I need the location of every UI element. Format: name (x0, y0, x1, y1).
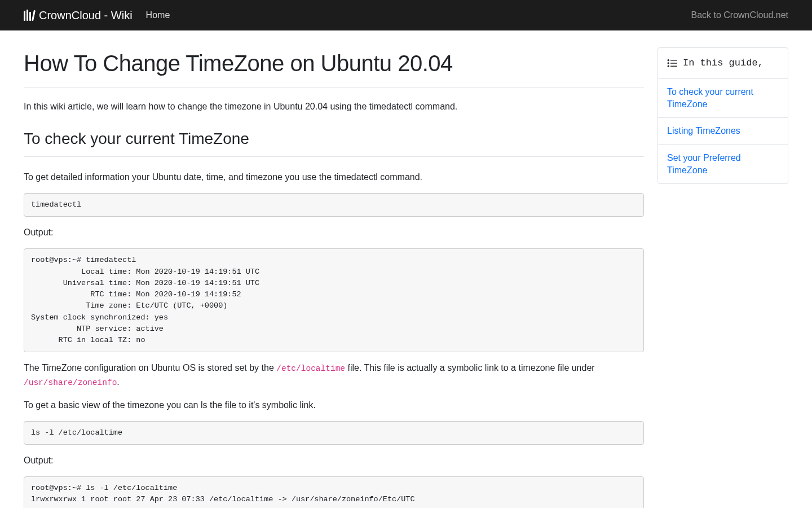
toc-sidebar: In this guide, To check your current Tim… (657, 47, 788, 184)
brand-text: CrownCloud - Wiki (39, 7, 133, 24)
code-block: root@vps:~# timedatectl Local time: Mon … (24, 248, 644, 352)
output-label: Output: (24, 454, 644, 467)
svg-point-2 (668, 63, 669, 64)
navbar: CrownCloud - Wiki Home Back to CrownClou… (0, 0, 812, 30)
section-divider (24, 156, 644, 157)
text: The TimeZone configuration on Ubuntu OS … (24, 363, 276, 373)
inline-code: /usr/share/zoneinfo (24, 378, 117, 387)
toc-header: In this guide, (658, 48, 788, 79)
brand-link[interactable]: CrownCloud - Wiki (24, 7, 133, 24)
toc-item-check-timezone[interactable]: To check your current TimeZone (658, 79, 788, 119)
intro-paragraph: In this wiki article, we will learn how … (24, 100, 644, 113)
title-divider (24, 87, 644, 87)
paragraph: The TimeZone configuration on Ubuntu OS … (24, 361, 644, 389)
code-block: root@vps:~# ls -l /etc/localtime lrwxrwx… (24, 476, 644, 508)
output-label: Output: (24, 226, 644, 239)
code-block: ls -l /etc/localtime (24, 421, 644, 445)
toc-item-set-preferred[interactable]: Set your Preferred TimeZone (658, 145, 788, 184)
inline-code: /etc/localtime (276, 364, 345, 373)
list-icon (667, 59, 677, 68)
code-block: timedatectl (24, 193, 644, 217)
text: file. This file is actually a symbolic l… (345, 363, 595, 373)
section-heading-check: To check your current TimeZone (24, 127, 644, 151)
nav-home[interactable]: Home (146, 8, 170, 22)
toc-item-listing-timezones[interactable]: Listing TimeZones (658, 118, 788, 144)
text: . (117, 377, 119, 387)
nav-back-link[interactable]: Back to CrownCloud.net (691, 8, 788, 22)
books-icon (24, 10, 34, 21)
page-title: How To Change TimeZone on Ubuntu 20.04 (24, 46, 644, 80)
toc-title: In this guide, (683, 56, 764, 71)
svg-point-0 (668, 60, 669, 61)
svg-point-4 (668, 65, 669, 67)
navbar-left: CrownCloud - Wiki Home (24, 7, 170, 24)
page-container: How To Change TimeZone on Ubuntu 20.04 I… (0, 30, 812, 508)
article-main: How To Change TimeZone on Ubuntu 20.04 I… (24, 42, 644, 508)
paragraph: To get a basic view of the timezone you … (24, 398, 644, 412)
paragraph: To get detailed information your Ubuntu … (24, 170, 644, 184)
